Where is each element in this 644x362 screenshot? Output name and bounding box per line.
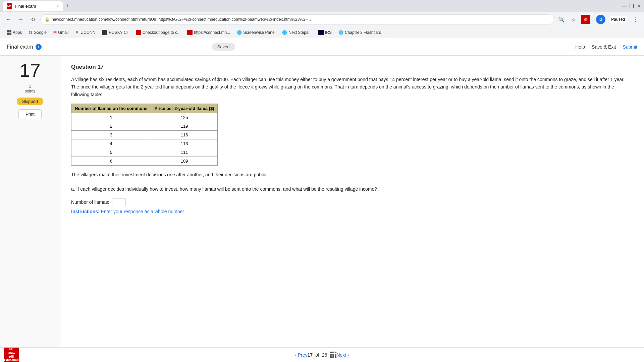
minimize-button[interactable]: — xyxy=(622,4,627,8)
next-label: Next xyxy=(336,352,346,358)
page-grid-icon[interactable] xyxy=(330,352,336,358)
search-icon[interactable]: 🔍 xyxy=(557,15,566,24)
table-row: 6 109 xyxy=(71,157,218,166)
table-price-cell: 113 xyxy=(151,139,218,148)
table-llamas-cell: 4 xyxy=(71,139,151,148)
bookmark-huskyct[interactable]: HUSKY CT xyxy=(99,28,131,37)
sidebar: 17 1 points Skipped Print xyxy=(0,56,60,347)
table-row: 1 125 xyxy=(71,113,218,122)
number-llamas-row: Number of llamas: xyxy=(71,198,633,206)
table-price-cell: 125 xyxy=(151,113,218,122)
tab-favicon: Mc xyxy=(7,3,12,9)
info-icon[interactable]: i xyxy=(36,44,42,50)
menu-button[interactable]: ⋮ xyxy=(631,15,640,24)
table-llamas-cell: 1 xyxy=(71,113,151,122)
browser-tab[interactable]: Mc Final exam × xyxy=(3,1,63,11)
url-text: newconnect.mheducation.com/flow/connect.… xyxy=(52,17,311,22)
instructions-label: Instructions: xyxy=(71,209,100,214)
flashcard-icon: 🌐 xyxy=(338,30,343,35)
question-title: Question 17 xyxy=(71,64,633,70)
bookmark-google[interactable]: G Google xyxy=(26,28,49,37)
bookmark-uconn[interactable]: 🎙 UCONN xyxy=(72,29,98,36)
sub-question: a. If each villager decides individually… xyxy=(71,185,633,193)
main-layout: 17 1 points Skipped Print Question 17 A … xyxy=(0,56,644,347)
prev-button[interactable]: ‹ Prev xyxy=(295,352,307,358)
bookmark-flashcard[interactable]: 🌐 Chapter 2 Flashcard... xyxy=(336,29,387,36)
print-button[interactable]: Print xyxy=(18,109,42,119)
connect-icon xyxy=(187,30,193,35)
exam-title: Final exam i xyxy=(7,44,42,50)
header-actions: Help Save & Exit Submit xyxy=(575,44,637,50)
bookmark-irs[interactable]: IRS xyxy=(316,28,334,37)
next-chevron-icon: › xyxy=(347,352,349,358)
table-row: 2 119 xyxy=(71,122,218,131)
table-row: 4 113 xyxy=(71,139,218,148)
question-number: 17 xyxy=(19,61,40,80)
extension-icon[interactable]: 🎯 xyxy=(581,15,590,24)
forward-button[interactable]: → xyxy=(16,15,25,24)
skipped-badge: Skipped xyxy=(17,98,43,105)
table-col2-header: Price per 2-year-old llama ($) xyxy=(151,104,218,113)
bookmark-apps[interactable]: Apps xyxy=(4,29,24,36)
maximize-button[interactable]: ❐ xyxy=(629,4,634,8)
table-llamas-cell: 3 xyxy=(71,131,151,139)
bookmark-huskyct-label: HUSKY CT xyxy=(109,30,129,35)
bookmark-gmail-label: Gmail xyxy=(58,30,68,35)
bookmarks-bar: Apps G Google M Gmail 🎙 UCONN HUSKY CT C… xyxy=(0,27,644,38)
bookmark-checkout-label: Checkout page to c... xyxy=(143,30,180,35)
url-input[interactable]: 🔒 newconnect.mheducation.com/flow/connec… xyxy=(40,14,554,24)
mc-logo: McGrawHillEducation xyxy=(4,348,19,362)
table-row: 3 116 xyxy=(71,131,218,139)
table-price-cell: 116 xyxy=(151,131,218,139)
bottom-nav: McGrawHillEducation ‹ Prev 17 of 26 Next… xyxy=(0,347,644,362)
tab-close-button[interactable]: × xyxy=(56,3,59,9)
bookmark-icon[interactable]: ☆ xyxy=(569,15,578,24)
next-button[interactable]: Next › xyxy=(336,352,349,358)
refresh-button[interactable]: ↻ xyxy=(28,15,38,24)
page-info: 17 of 26 xyxy=(308,352,337,358)
apps-icon xyxy=(7,30,11,35)
app-header: Final exam i Saved Help Save & Exit Subm… xyxy=(0,38,644,56)
paused-button[interactable]: Paused xyxy=(608,16,628,23)
profile-button[interactable]: D xyxy=(596,15,605,24)
question-body: A village has six residents, each of who… xyxy=(71,76,633,98)
window-controls: — ❐ × xyxy=(622,4,641,8)
nextsteps-icon: 🌐 xyxy=(282,30,287,35)
bookmark-checkout[interactable]: Checkout page to c... xyxy=(133,28,183,37)
mcgraw-hill-logo: McGrawHillEducation xyxy=(4,348,19,362)
content-area: Question 17 A village has six residents,… xyxy=(60,56,644,347)
new-tab-button[interactable]: + xyxy=(63,1,72,11)
save-exit-link[interactable]: Save & Exit xyxy=(592,44,616,50)
bookmark-screenwise[interactable]: 🌐 Screenwise Panel xyxy=(234,29,278,36)
bookmark-nextsteps-label: Next Steps... xyxy=(288,30,312,35)
bookmark-irs-label: IRS xyxy=(325,30,332,35)
instructions-text: Enter your response as a whole number xyxy=(101,209,184,214)
submit-button[interactable]: Submit xyxy=(623,44,637,50)
table-price-cell: 109 xyxy=(151,157,218,166)
table-price-cell: 119 xyxy=(151,122,218,131)
total-pages: 26 xyxy=(322,352,327,358)
checkout-icon xyxy=(136,30,141,35)
google-icon: G xyxy=(29,30,32,35)
number-llamas-input[interactable] xyxy=(112,198,125,206)
lock-icon: 🔒 xyxy=(45,17,50,22)
bookmark-connect[interactable]: https://connect.mh... xyxy=(184,28,233,37)
bookmark-gmail[interactable]: M Gmail xyxy=(51,29,71,36)
table-llamas-cell: 2 xyxy=(71,122,151,131)
paragraph2: The villagers make their investment deci… xyxy=(71,171,633,178)
table-llamas-cell: 6 xyxy=(71,157,151,166)
llama-table: Number of llamas on the commons Price pe… xyxy=(71,104,218,166)
help-link[interactable]: Help xyxy=(575,44,585,50)
exam-title-text: Final exam xyxy=(7,44,33,50)
back-button[interactable]: ← xyxy=(4,15,13,24)
close-window-button[interactable]: × xyxy=(637,4,641,8)
bookmark-apps-label: Apps xyxy=(13,30,22,35)
points-label: 1 points xyxy=(24,84,35,94)
of-label: of xyxy=(315,352,319,358)
gmail-icon: M xyxy=(53,30,57,35)
points-text: points xyxy=(24,89,35,94)
prev-chevron-icon: ‹ xyxy=(295,352,297,358)
addressbar: ← → ↻ 🔒 newconnect.mheducation.com/flow/… xyxy=(0,12,644,27)
table-llamas-cell: 5 xyxy=(71,148,151,157)
bookmark-nextsteps[interactable]: 🌐 Next Steps... xyxy=(279,29,314,36)
